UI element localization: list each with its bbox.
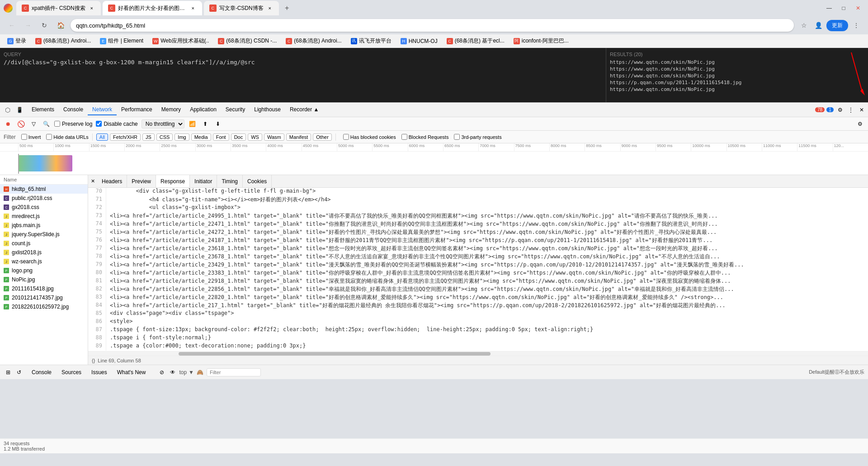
tab2-close[interactable]: × bbox=[189, 5, 197, 12]
disable-cache-label[interactable]: Disable cache bbox=[96, 121, 137, 127]
close-response-icon[interactable]: ✕ bbox=[88, 175, 97, 187]
disable-cache-checkbox[interactable] bbox=[96, 121, 102, 127]
tab-1[interactable]: C xpath插件- CSDN搜索 × bbox=[16, 1, 101, 15]
filter-js[interactable]: JS bbox=[142, 133, 155, 141]
update-button[interactable]: 更新 bbox=[826, 20, 848, 31]
blocked-requests-checkbox[interactable] bbox=[401, 134, 407, 140]
filter-fetch-xhr[interactable]: Fetch/XHR bbox=[110, 133, 141, 141]
file-item-9[interactable]: P logo.png bbox=[0, 266, 88, 275]
blocked-cookies-checkbox[interactable] bbox=[343, 134, 349, 140]
invert-checkbox[interactable] bbox=[21, 134, 27, 140]
maximize-button[interactable]: □ bbox=[837, 2, 850, 14]
device-icon[interactable]: 📱 bbox=[14, 104, 25, 116]
tab-2[interactable]: C 好看的图片大全-好看的图片唯美... × bbox=[103, 1, 202, 15]
tab-network[interactable]: Network bbox=[88, 105, 117, 115]
tab3-close[interactable]: × bbox=[266, 5, 274, 12]
search-icon[interactable]: 🔍 bbox=[42, 119, 51, 128]
forward-button[interactable]: → bbox=[22, 19, 34, 32]
filter-font[interactable]: Font bbox=[213, 133, 229, 141]
console-tab-console[interactable]: Console bbox=[27, 367, 56, 377]
horizontal-scroll[interactable] bbox=[88, 351, 868, 356]
file-item-7[interactable]: J gxlist2018.js bbox=[0, 248, 88, 257]
file-item-12[interactable]: P 20101214174357.jpg bbox=[0, 293, 88, 302]
bookmark-4[interactable]: C (68条消息) CSDN -... bbox=[214, 36, 280, 46]
filter-css[interactable]: CSS bbox=[156, 133, 173, 141]
filter-wasm[interactable]: Wasm bbox=[264, 133, 284, 141]
bookmark-9[interactable]: 阿 iconfont-阿里巴巴... bbox=[510, 36, 572, 46]
wifi-icon[interactable]: 📶 bbox=[188, 119, 197, 128]
code-tab-timing[interactable]: Timing bbox=[217, 175, 243, 187]
settings-icon[interactable]: ⚙ bbox=[835, 105, 844, 114]
bookmark-5[interactable]: C (68条消息) Androi... bbox=[282, 36, 345, 46]
filter-manifest[interactable]: Manifest bbox=[286, 133, 311, 141]
console-eye-icon[interactable]: 👁 bbox=[168, 368, 177, 377]
code-tab-headers[interactable]: Headers bbox=[97, 175, 127, 187]
bookmark-6[interactable]: 讯 讯飞开放平台 bbox=[347, 36, 395, 46]
bookmark-8[interactable]: C (68条消息) 基于ecl... bbox=[443, 36, 508, 46]
file-item-4[interactable]: J jqbs.main.js bbox=[0, 221, 88, 230]
reload-button[interactable]: ↻ bbox=[38, 19, 51, 32]
preserve-log-label[interactable]: Preserve log bbox=[54, 121, 92, 127]
close-button[interactable]: ✕ bbox=[852, 2, 864, 14]
file-item-5[interactable]: J jquery.SuperSlide.js bbox=[0, 230, 88, 239]
console-tab-sources[interactable]: Sources bbox=[57, 367, 86, 377]
close-devtools-icon[interactable]: ✕ bbox=[857, 105, 866, 114]
filter-media[interactable]: Media bbox=[191, 133, 211, 141]
console-tab-issues[interactable]: Issues bbox=[87, 367, 112, 377]
code-tab-cookies[interactable]: Cookies bbox=[243, 175, 272, 187]
throttling-select[interactable]: No throttling bbox=[142, 119, 184, 128]
home-button[interactable]: 🏠 bbox=[54, 19, 67, 32]
tab-performance[interactable]: Performance bbox=[117, 105, 157, 115]
query-input[interactable]: //div[@class="g-gxlist-box g-box-1200 m-… bbox=[4, 59, 602, 66]
bookmark-2[interactable]: E 组件 | Element bbox=[96, 36, 147, 46]
code-tab-response[interactable]: Response bbox=[156, 175, 190, 187]
console-left-icon[interactable]: ⊞ bbox=[4, 368, 13, 377]
upload-icon[interactable]: ⬆ bbox=[201, 119, 210, 128]
tab-recorder[interactable]: Recorder ▲ bbox=[285, 105, 324, 115]
tab-elements[interactable]: Elements bbox=[27, 105, 59, 115]
tab1-close[interactable]: × bbox=[88, 5, 95, 12]
address-input[interactable] bbox=[71, 19, 794, 32]
filter-ws[interactable]: WS bbox=[248, 133, 262, 141]
bookmark-login[interactable]: G 登录 bbox=[4, 36, 30, 46]
hide-data-urls-checkbox[interactable] bbox=[46, 134, 52, 140]
filter-icon[interactable]: ▽ bbox=[29, 119, 38, 128]
file-item-10[interactable]: P NoPic.jpg bbox=[0, 275, 88, 284]
file-item-13[interactable]: P 2018226101625972.jpg bbox=[0, 302, 88, 311]
console-stop-icon[interactable]: ⊘ bbox=[157, 368, 166, 377]
settings2-icon[interactable]: ⚙ bbox=[855, 119, 864, 128]
file-item-3[interactable]: J mredirect.js bbox=[0, 212, 88, 221]
console-eye2-icon[interactable]: 🙈 bbox=[196, 368, 205, 377]
file-item-11[interactable]: P 20111615418.jpg bbox=[0, 284, 88, 293]
hide-data-urls-label[interactable]: Hide data URLs bbox=[46, 134, 89, 140]
bookmark-1[interactable]: C (68条消息) Androi... bbox=[32, 36, 94, 46]
tab-console[interactable]: Console bbox=[59, 105, 88, 115]
download-icon[interactable]: ⬇ bbox=[213, 119, 222, 128]
record-button[interactable]: ⏺ bbox=[4, 119, 13, 128]
tab-application[interactable]: Application bbox=[185, 105, 221, 115]
console-refresh-icon[interactable]: ↺ bbox=[14, 368, 24, 377]
file-item-8[interactable]: J wz-search.js bbox=[0, 257, 88, 266]
file-item-0[interactable]: H hkdtp_65.html bbox=[0, 185, 88, 194]
filter-all[interactable]: All bbox=[96, 133, 108, 141]
console-filter-input[interactable] bbox=[207, 368, 261, 376]
third-party-label[interactable]: 3rd-party requests bbox=[454, 134, 501, 140]
third-party-checkbox[interactable] bbox=[454, 134, 460, 140]
file-item-6[interactable]: J count.js bbox=[0, 239, 88, 248]
bookmark-3[interactable]: W Web应用技术基础(.. bbox=[149, 36, 212, 46]
menu-button[interactable]: ⋮ bbox=[850, 19, 863, 32]
filter-other[interactable]: Other bbox=[313, 133, 332, 141]
tab-security[interactable]: Security bbox=[221, 105, 250, 115]
tab-lighthouse[interactable]: Lighthouse bbox=[250, 105, 285, 115]
invert-checkbox-label[interactable]: Invert bbox=[21, 134, 41, 140]
file-item-1[interactable]: C public.rj2018.css bbox=[0, 194, 88, 203]
filter-img[interactable]: Img bbox=[175, 133, 189, 141]
preserve-log-checkbox[interactable] bbox=[54, 121, 60, 127]
filter-doc[interactable]: Doc bbox=[231, 133, 246, 141]
more-icon[interactable]: ⋮ bbox=[846, 105, 855, 114]
console-tab-whatsnew[interactable]: What's New bbox=[113, 367, 151, 377]
inspect-icon[interactable]: ⬡ bbox=[2, 104, 14, 116]
tab-memory[interactable]: Memory bbox=[157, 105, 185, 115]
code-tab-initiator[interactable]: Initiator bbox=[190, 175, 217, 187]
bookmark-button[interactable]: ☆ bbox=[797, 19, 810, 32]
